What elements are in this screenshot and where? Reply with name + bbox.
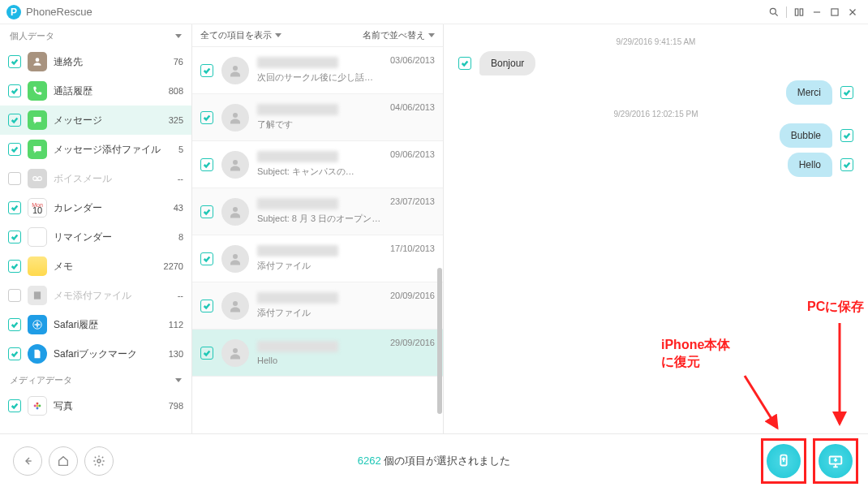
- thread-row[interactable]: Hello29/09/2016: [192, 330, 443, 377]
- checkbox[interactable]: [200, 300, 213, 312]
- scrollbar-thumb[interactable]: [437, 268, 442, 414]
- thread-date: 23/07/2013: [390, 196, 435, 206]
- maximize-icon[interactable]: [826, 3, 844, 21]
- checkbox[interactable]: [8, 143, 21, 156]
- thread-name-redacted: [257, 341, 338, 352]
- svg-point-19: [233, 66, 238, 71]
- message-checkbox[interactable]: [840, 158, 853, 171]
- sidebar-item-notes[interactable]: メモ2270: [0, 252, 191, 281]
- thread-date: 29/09/2016: [390, 338, 435, 347]
- bookmark-icon: [28, 344, 47, 364]
- footer: 6262 個の項目が選択されました: [0, 433, 868, 487]
- titlebar: P PhoneRescue: [0, 0, 868, 24]
- thread-row[interactable]: 了解です04/06/2013: [192, 94, 443, 141]
- avatar-icon: [221, 245, 249, 273]
- message-checkbox[interactable]: [840, 86, 853, 99]
- svg-point-17: [37, 407, 39, 409]
- avatar-icon: [221, 198, 249, 226]
- sidebar-item-messages[interactable]: メッセージ325: [0, 106, 191, 135]
- sort-dropdown[interactable]: 名前で並べ替え: [363, 29, 435, 41]
- sidebar-item-label: カレンダー: [54, 201, 167, 215]
- avatar-icon: [221, 57, 249, 84]
- message-checkbox[interactable]: [840, 129, 853, 142]
- thread-name-redacted: [257, 57, 338, 68]
- thread-name-redacted: [257, 245, 338, 256]
- thread-name-redacted: [257, 104, 338, 115]
- sidebar-item-label: メッセージ添付ファイル: [54, 143, 172, 157]
- sidebar-item-label: Safariブックマーク: [54, 347, 162, 361]
- svg-point-21: [233, 160, 238, 165]
- sidebar-item-label: 連絡先: [54, 55, 167, 69]
- sidebar-item-attach[interactable]: メッセージ添付ファイル5: [0, 135, 191, 164]
- svg-line-1: [776, 13, 778, 15]
- restore-to-device-button[interactable]: [767, 444, 801, 478]
- checkbox[interactable]: [200, 347, 213, 360]
- section-personal-data[interactable]: 個人データ: [0, 24, 191, 47]
- checkbox[interactable]: [8, 201, 21, 214]
- messages-icon: [28, 110, 47, 130]
- home-button[interactable]: [49, 446, 78, 476]
- sidebar-item-reminders[interactable]: リマインダー8: [0, 222, 191, 252]
- message-checkbox[interactable]: [458, 57, 471, 70]
- svg-point-27: [97, 459, 101, 463]
- checkbox[interactable]: [8, 347, 21, 360]
- close-icon[interactable]: [844, 3, 862, 21]
- checkbox[interactable]: [200, 111, 213, 124]
- sidebar-item-count: --: [178, 291, 183, 300]
- checkbox[interactable]: [8, 260, 21, 273]
- chevron-down-icon: [428, 33, 435, 37]
- sidebar-item-photos[interactable]: 写真798: [0, 391, 191, 420]
- sidebar-item-bookmark[interactable]: Safariブックマーク130: [0, 339, 191, 368]
- filter-dropdown[interactable]: 全ての項目を表示: [200, 29, 281, 41]
- checkbox[interactable]: [8, 55, 21, 68]
- thread-row[interactable]: 次回のサークル後に少し話があるの…03/06/2013: [192, 47, 443, 94]
- thread-preview: Hello: [257, 356, 382, 365]
- sidebar-item-safari[interactable]: Safari履歴112: [0, 310, 191, 339]
- checkbox[interactable]: [8, 231, 21, 244]
- sidebar-item-label: 通話履歴: [54, 84, 162, 98]
- checkbox[interactable]: [8, 318, 21, 331]
- reminders-icon: [28, 227, 47, 247]
- message-bubble-sent: Bubble: [780, 123, 832, 148]
- selection-status: 6262 個の項目が選択されました: [358, 454, 511, 468]
- chevron-down-icon: [275, 33, 281, 37]
- message-bubble-received: Bonjour: [479, 51, 535, 75]
- thread-row[interactable]: 添付ファイル17/10/2013: [192, 235, 443, 282]
- back-button[interactable]: [13, 446, 42, 476]
- checkbox[interactable]: [8, 172, 21, 185]
- message-bubble-sent: Merci: [786, 80, 832, 105]
- sidebar-item-label: メッセージ: [54, 114, 162, 127]
- sidebar-item-calls[interactable]: 通話履歴808: [0, 76, 191, 106]
- thread-preview: Subject: 8 月 3 日のオープンキャン…: [257, 213, 382, 225]
- sidebar-item-count: 43: [174, 203, 183, 213]
- sidebar-item-noteattach[interactable]: メモ添付ファイル--: [0, 281, 191, 310]
- sidebar-item-voicemail[interactable]: ボイスメール--: [0, 164, 191, 193]
- svg-point-18: [34, 405, 37, 407]
- panel-toggle-icon[interactable]: [790, 3, 808, 21]
- sidebar-item-calendar[interactable]: Mon10カレンダー43: [0, 193, 191, 222]
- section-media-data[interactable]: メディアデータ: [0, 368, 191, 391]
- thread-row[interactable]: Subject: キャンパスの…09/06/2013: [192, 141, 443, 188]
- notes-icon: [28, 256, 47, 276]
- checkbox[interactable]: [200, 252, 213, 265]
- thread-date: 17/10/2013: [390, 244, 435, 253]
- search-icon[interactable]: [765, 3, 783, 21]
- thread-row[interactable]: 添付ファイル20/09/2016: [192, 282, 443, 330]
- checkbox[interactable]: [8, 399, 21, 412]
- svg-point-22: [233, 207, 238, 212]
- thread-row[interactable]: Subject: 8 月 3 日のオープンキャン…23/07/2013: [192, 188, 443, 235]
- svg-point-20: [233, 113, 238, 118]
- svg-point-25: [233, 348, 238, 353]
- save-to-pc-button[interactable]: [819, 444, 853, 478]
- sidebar-item-contacts[interactable]: 連絡先76: [0, 47, 191, 76]
- checkbox[interactable]: [8, 289, 21, 302]
- save-to-pc-highlight: [813, 438, 858, 484]
- checkbox[interactable]: [200, 158, 213, 171]
- checkbox[interactable]: [200, 205, 213, 218]
- settings-button[interactable]: [84, 446, 114, 476]
- checkbox[interactable]: [200, 64, 213, 77]
- sidebar-item-count: 76: [174, 57, 183, 67]
- minimize-icon[interactable]: [808, 3, 826, 21]
- checkbox[interactable]: [8, 114, 21, 127]
- checkbox[interactable]: [8, 84, 21, 97]
